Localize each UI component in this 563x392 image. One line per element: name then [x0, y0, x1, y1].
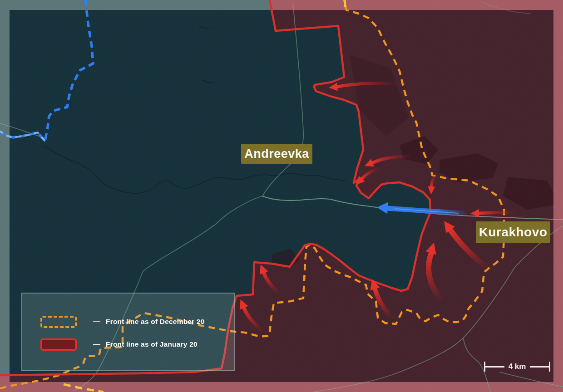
scale-bar-label: 4 km: [509, 362, 526, 371]
place-label-andreevka: Andreevka: [241, 144, 312, 164]
scale-bar-right-tick: [549, 362, 550, 372]
place-label-kurakhovo: Kurakhovo: [476, 221, 550, 243]
legend-label-december: Front line as of December 20: [106, 318, 205, 326]
scale-bar: 4 km: [484, 360, 550, 373]
scale-bar-line: [485, 366, 504, 368]
legend-panel: — Front line as of December 20 — Front l…: [21, 293, 235, 371]
january-line-swatch: [40, 338, 77, 351]
scale-bar-line: [530, 366, 549, 368]
december-line-swatch: [40, 316, 77, 328]
legend-item-january: — Front line as of January 20: [40, 338, 198, 351]
war-map: Andreevka Kurakhovo — Front line as of D…: [0, 0, 563, 392]
legend-separator: —: [88, 318, 106, 326]
legend-label-january: Front line as of January 20: [106, 340, 198, 348]
legend-separator: —: [88, 340, 106, 348]
legend-item-december: — Front line as of December 20: [40, 315, 205, 328]
